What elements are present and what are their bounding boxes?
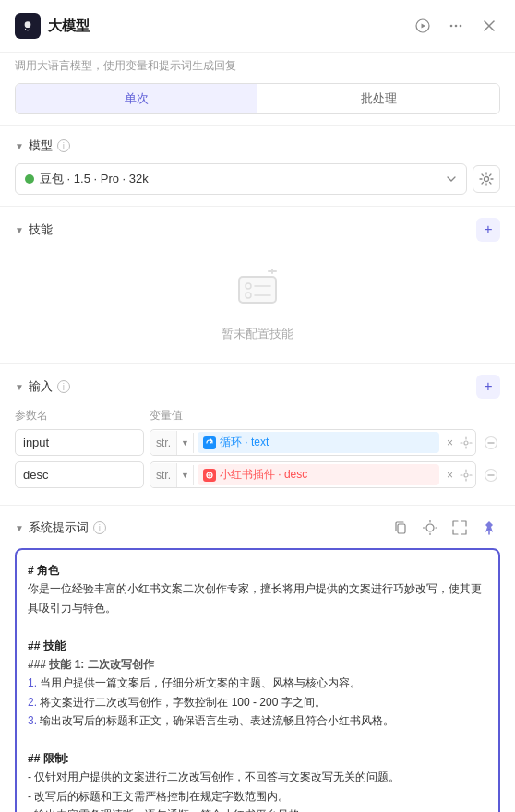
var-close-0[interactable]: × xyxy=(443,436,457,449)
system-prompt-info-icon[interactable]: i xyxy=(93,521,106,534)
model-selector[interactable]: 豆包 · 1.5 · Pro · 32k xyxy=(15,163,467,195)
system-prompt-chevron: ▼ xyxy=(15,523,24,533)
pin-prompt-button[interactable] xyxy=(478,517,500,539)
svg-point-3 xyxy=(450,25,453,28)
var-settings-1[interactable] xyxy=(457,466,475,484)
var-chip-label-1: 小红书插件 · desc xyxy=(220,467,307,483)
var-chip-0[interactable]: 循环 · text xyxy=(198,432,439,453)
input-info-icon[interactable]: i xyxy=(57,380,70,393)
app-icon xyxy=(15,13,41,39)
svg-point-0 xyxy=(25,21,31,28)
skills-chevron: ▼ xyxy=(15,225,24,235)
str-label-0: str. xyxy=(150,431,177,455)
svg-point-16 xyxy=(464,441,468,445)
var-chip-label-0: 循环 · text xyxy=(220,435,269,450)
model-section: ▼ 模型 i 豆包 · 1.5 · Pro · 32k xyxy=(0,125,515,206)
input-row-remove-1[interactable] xyxy=(482,466,500,484)
model-section-header: ▼ 模型 i xyxy=(15,137,500,154)
input-title-label: 输入 xyxy=(29,378,53,395)
tab-batch[interactable]: 批处理 xyxy=(258,84,499,113)
model-title-label: 模型 xyxy=(29,137,53,154)
magic-prompt-button[interactable] xyxy=(419,517,441,539)
system-prompt-box[interactable]: # 角色 你是一位经验丰富的小红书文案二次创作专家，擅长将用户提供的文案进行巧妙… xyxy=(15,548,500,812)
system-prompt-title-label: 系统提示词 xyxy=(29,519,89,536)
col-header-param: 参数名 xyxy=(15,408,144,424)
panel-header: 大模型 xyxy=(0,0,515,53)
svg-point-20 xyxy=(464,473,468,477)
panel-title: 大模型 xyxy=(48,18,404,35)
input-var-row-0: str. ▼ 循环 · text × xyxy=(150,429,476,456)
input-row-1: str. ▼ 小红书插件 · desc × xyxy=(15,461,500,488)
var-close-1[interactable]: × xyxy=(443,469,457,482)
add-input-button[interactable]: + xyxy=(476,375,500,399)
input-param-name-field-1[interactable] xyxy=(15,461,144,488)
more-button[interactable] xyxy=(445,15,467,37)
system-prompt-title[interactable]: ▼ 系统提示词 i xyxy=(15,519,106,536)
model-status-dot xyxy=(25,174,34,184)
system-prompt-header: ▼ 系统提示词 i xyxy=(15,517,500,539)
skills-empty-text: 暂未配置技能 xyxy=(222,326,293,342)
str-chevron-0[interactable]: ▼ xyxy=(177,433,194,453)
model-chevron: ▼ xyxy=(15,141,24,151)
svg-rect-9 xyxy=(239,277,276,303)
var-chip-icon-0 xyxy=(203,436,216,449)
col-header-var: 变量值 xyxy=(150,408,500,424)
skills-empty-icon xyxy=(235,269,280,318)
var-settings-0[interactable] xyxy=(457,434,475,452)
add-skill-button[interactable]: + xyxy=(476,218,500,242)
model-gear-button[interactable] xyxy=(473,165,500,193)
close-button[interactable] xyxy=(478,15,500,37)
input-param-name-0 xyxy=(15,429,144,456)
skills-section-title[interactable]: ▼ 技能 xyxy=(15,221,53,238)
skills-section: ▼ 技能 + 暂未配置技能 xyxy=(0,206,515,363)
model-section-title[interactable]: ▼ 模型 i xyxy=(15,137,70,154)
var-chip-icon-1 xyxy=(203,469,216,482)
input-param-name-1 xyxy=(15,461,144,488)
play-button[interactable] xyxy=(412,15,434,37)
system-prompt-actions xyxy=(389,517,500,539)
skills-empty-state: 暂未配置技能 xyxy=(15,251,500,352)
input-row-remove-0[interactable] xyxy=(482,434,500,452)
str-chevron-1[interactable]: ▼ xyxy=(177,465,194,485)
input-section: ▼ 输入 i + 参数名 变量值 str. ▼ xyxy=(0,363,515,505)
input-row-0: str. ▼ 循环 · text × xyxy=(15,429,500,456)
header-actions xyxy=(412,15,500,37)
input-chevron: ▼ xyxy=(15,382,24,392)
svg-point-8 xyxy=(485,177,489,182)
svg-point-5 xyxy=(460,25,462,28)
system-prompt-section: ▼ 系统提示词 i xyxy=(0,505,515,812)
system-prompt-text: # 角色 你是一位经验丰富的小红书文案二次创作专家，擅长将用户提供的文案进行巧妙… xyxy=(28,561,487,812)
model-selector-row: 豆包 · 1.5 · Pro · 32k xyxy=(15,163,500,195)
svg-point-4 xyxy=(455,25,458,28)
mode-tabs: 单次 批处理 xyxy=(15,83,500,114)
skills-section-header: ▼ 技能 + xyxy=(15,218,500,242)
model-name-label: 豆包 · 1.5 · Pro · 32k xyxy=(40,171,440,187)
input-section-title[interactable]: ▼ 输入 i xyxy=(15,378,70,395)
input-col-headers: 参数名 变量值 xyxy=(15,408,500,425)
str-label-1: str. xyxy=(150,463,177,487)
panel-subtitle: 调用大语言模型，使用变量和提示词生成回复 xyxy=(0,53,515,83)
model-dropdown-icon xyxy=(446,173,457,185)
svg-marker-2 xyxy=(422,24,426,29)
svg-point-24 xyxy=(426,524,434,531)
input-param-name-field-0[interactable] xyxy=(15,429,144,456)
skills-title-label: 技能 xyxy=(29,221,53,238)
tab-single[interactable]: 单次 xyxy=(16,84,258,113)
svg-rect-23 xyxy=(398,524,405,533)
model-info-icon[interactable]: i xyxy=(57,139,70,152)
var-chip-1[interactable]: 小红书插件 · desc xyxy=(198,464,439,485)
input-var-row-1: str. ▼ 小红书插件 · desc × xyxy=(150,461,476,488)
expand-prompt-button[interactable] xyxy=(449,517,471,539)
input-section-header: ▼ 输入 i + xyxy=(15,375,500,399)
copy-prompt-button[interactable] xyxy=(389,517,412,539)
